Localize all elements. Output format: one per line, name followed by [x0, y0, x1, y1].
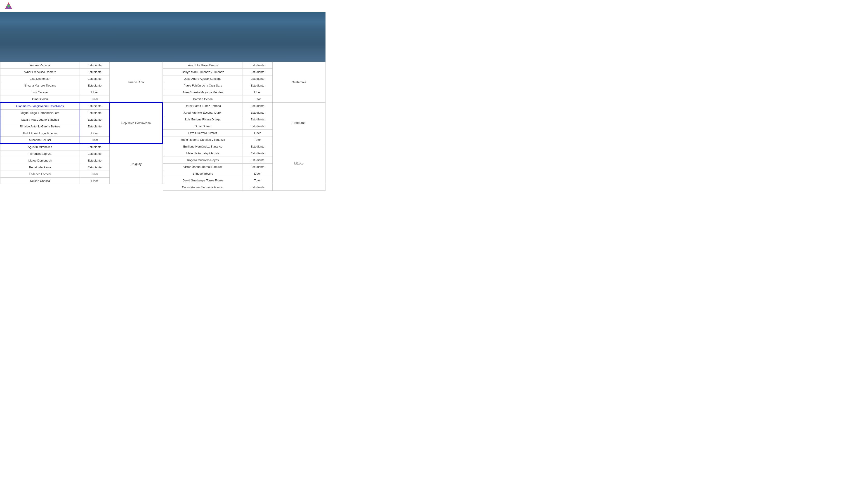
- participant-name: Luis Enrique Rivera Ortega: [163, 116, 243, 123]
- table-row: Ana Julia Rojas BuezoEstudianteGuatemala: [163, 62, 326, 69]
- participant-country: República Dominicana: [110, 103, 162, 143]
- participant-name: Emiliano Hernández Barranco: [163, 143, 243, 150]
- participant-role: Estudiante: [243, 164, 272, 170]
- participant-name: Derek Samir Fúnez Estrada: [163, 103, 243, 109]
- participant-name: Miguel Ángel Hernández Lora: [0, 109, 80, 116]
- participant-name: Berlyn Marilí Jiménez y Jiménez: [163, 69, 243, 75]
- participant-role: Tutor: [80, 137, 110, 144]
- participant-country: México: [272, 143, 325, 184]
- logo-icon: [4, 2, 13, 10]
- participant-name: Ezra Guerrero Alvarez: [163, 130, 243, 136]
- participant-role: Estudiante: [80, 151, 110, 157]
- participant-role: Tutor: [80, 171, 110, 177]
- participant-name: Mateo Domenech: [0, 157, 80, 164]
- hero-overlay: [0, 12, 326, 62]
- participant-name: Rinaldo Antonio García Beltrés: [0, 123, 80, 130]
- participant-name: Ana Julia Rojas Buezo: [163, 62, 243, 69]
- table-row: Derek Samir Fúnez EstradaEstudianteHondu…: [163, 103, 326, 109]
- participant-country: Uruguay: [110, 143, 162, 184]
- participant-name: Carlos Andrés Sequeira Álvarez: [163, 184, 243, 191]
- header: [0, 0, 326, 12]
- participant-name: Andres Zacapa: [0, 62, 80, 69]
- participant-role: Estudiante: [243, 116, 272, 123]
- logo-area: [4, 2, 15, 10]
- participant-role: Estudiante: [243, 82, 272, 89]
- hero-section: [0, 12, 326, 62]
- participant-role: Líder: [243, 89, 272, 96]
- participant-name: Nirvana Marrero Tiodang: [0, 82, 80, 89]
- participant-name: José Arturo Aguilar Santiago: [163, 75, 243, 82]
- participant-name: Federico Fornesi: [0, 171, 80, 177]
- participant-name: Mario Roberto Canales Villanueva: [163, 136, 243, 143]
- participant-role: Estudiante: [243, 75, 272, 82]
- table-row: Agustín MiraballesEstudianteUruguay: [0, 143, 162, 151]
- participant-role: Líder: [243, 130, 272, 136]
- table-row: Andres ZacapaEstudiantePuerto Rico: [0, 62, 162, 69]
- right-table: Ana Julia Rojas BuezoEstudianteGuatemala…: [163, 62, 326, 191]
- participant-role: Estudiante: [243, 109, 272, 116]
- participant-role: Líder: [80, 89, 110, 96]
- participant-name: Renato de Paula: [0, 164, 80, 171]
- participant-role: Estudiante: [80, 143, 110, 151]
- participant-role: Estudiante: [80, 164, 110, 171]
- participant-name: Avner Francisco Romero: [0, 69, 80, 75]
- participant-name: Jared Fabricio Escobar Durón: [163, 109, 243, 116]
- participant-role: Tutor: [80, 96, 110, 103]
- participant-role: Estudiante: [243, 69, 272, 75]
- participant-name: Enrique Treviño: [163, 170, 243, 177]
- participant-name: Mateo Iván Latapi Acosta: [163, 150, 243, 157]
- participant-role: Estudiante: [80, 103, 110, 109]
- participant-role: Estudiante: [80, 123, 110, 130]
- participant-name: Rogelio Guerrero Reyes: [163, 157, 243, 164]
- participant-role: Estudiante: [243, 123, 272, 130]
- participant-role: Tutor: [243, 136, 272, 143]
- participant-role: Tutor: [243, 96, 272, 103]
- table-row: Emiliano Hernández BarrancoEstudianteMéx…: [163, 143, 326, 150]
- participant-role: Líder: [243, 170, 272, 177]
- left-participants-table: Andres ZacapaEstudiantePuerto RicoAvner …: [0, 62, 163, 184]
- participant-role: Estudiante: [80, 157, 110, 164]
- participant-name: Abdul Abner Lugo Jiménez: [0, 130, 80, 137]
- participant-name: Luis Caceres: [0, 89, 80, 96]
- participant-role: Estudiante: [243, 150, 272, 157]
- participant-name: Florencia Sapriza: [0, 151, 80, 157]
- participant-role: Estudiante: [243, 62, 272, 69]
- participant-country: Guatemala: [272, 62, 325, 103]
- participant-role: Estudiante: [243, 143, 272, 150]
- participant-name: Victor Manuel Bernal Ramírez: [163, 164, 243, 170]
- participant-name: David Guadalupe Torres Flores: [163, 177, 243, 184]
- participant-name: Omar Colon: [0, 96, 80, 103]
- participant-role: Estudiante: [243, 103, 272, 109]
- participant-role: Estudiante: [80, 82, 110, 89]
- participant-role: Estudiante: [80, 69, 110, 75]
- participant-role: Estudiante: [80, 109, 110, 116]
- participant-country: [272, 184, 325, 191]
- participant-country: Honduras: [272, 103, 325, 143]
- participants-section: Andres ZacapaEstudiantePuerto RicoAvner …: [0, 62, 326, 191]
- participant-role: Estudiante: [80, 75, 110, 82]
- participant-role: Líder: [80, 130, 110, 137]
- participant-role: Estudiante: [80, 62, 110, 69]
- table-row: Carlos Andrés Sequeira ÁlvarezEstudiante: [163, 184, 326, 191]
- table-row: Gianmarco Sangiovanni CastellanosEstudia…: [0, 103, 162, 109]
- participant-role: Líder: [80, 177, 110, 184]
- participant-name: Elsa Deshmukh: [0, 75, 80, 82]
- participant-role: Estudiante: [243, 184, 272, 191]
- participant-name: Agustín Miraballes: [0, 143, 80, 151]
- participant-country: Puerto Rico: [110, 62, 162, 103]
- participant-name: Nelson Chocca: [0, 177, 80, 184]
- participant-name: José Ernesto Mayorga Méndez: [163, 89, 243, 96]
- participant-name: Gianmarco Sangiovanni Castellanos: [0, 103, 80, 109]
- participant-name: Paulo Fabián de la Cruz Sarg: [163, 82, 243, 89]
- participant-name: Susanna Belussi: [0, 137, 80, 144]
- participant-role: Estudiante: [80, 116, 110, 123]
- right-participants-table: Ana Julia Rojas BuezoEstudianteGuatemala…: [163, 62, 326, 191]
- participant-role: Tutor: [243, 177, 272, 184]
- participant-name: Natalia Mia Cedano Sánchez: [0, 116, 80, 123]
- left-table: Andres ZacapaEstudiantePuerto RicoAvner …: [0, 62, 163, 191]
- participant-name: Omar Suazo: [163, 123, 243, 130]
- participant-role: Estudiante: [243, 157, 272, 164]
- participant-name: Damián Ochoa: [163, 96, 243, 103]
